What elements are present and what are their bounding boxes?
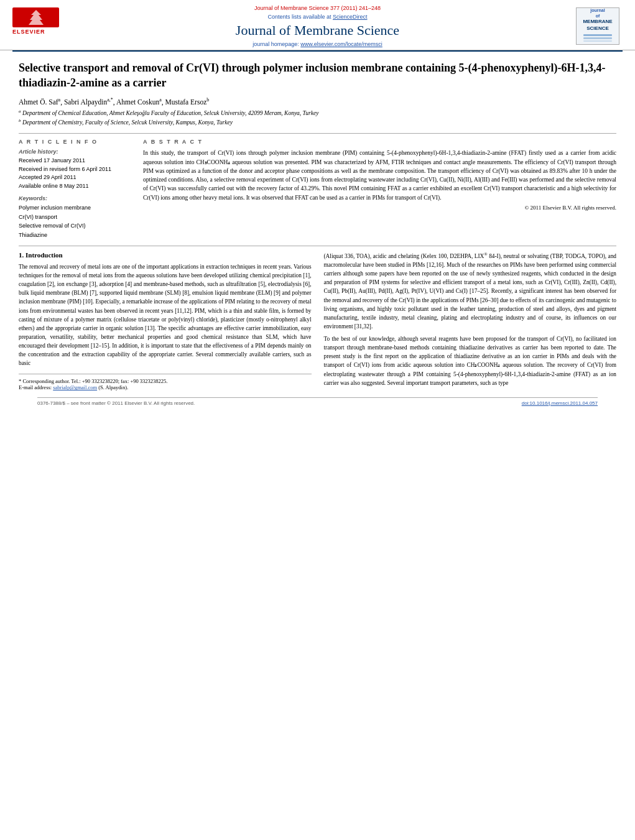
svg-rect-2 — [583, 34, 612, 36]
history-title: Article history: — [19, 149, 131, 155]
keywords-title: Keywords: — [19, 195, 131, 201]
accepted-date: Accepted 29 April 2011 — [19, 173, 131, 182]
section-divider-1 — [19, 133, 616, 134]
footnote-area: * Corresponding author. Tel.: +90 332323… — [19, 374, 312, 390]
journal-header-center: Journal of Membrane Science 377 (2011) 2… — [62, 5, 573, 47]
body-right-para-1: (Aliquat 336, TOA), acidic and chelating… — [324, 251, 617, 331]
abstract-col: A B S T R A C T In this study, the trans… — [143, 139, 616, 239]
footer-doi[interactable]: doi:10.1016/j.memsci.2011.04.057 — [522, 400, 598, 406]
info-abstract-cols: A R T I C L E I N F O Article history: R… — [19, 139, 616, 239]
received-date: Received 17 January 2011 — [19, 157, 131, 165]
footnote-star: * Corresponding author. Tel.: +90 332323… — [19, 378, 312, 384]
body-columns: 1. Introduction The removal and recovery… — [19, 251, 616, 391]
body-divider — [19, 246, 616, 246]
journal-logo-text: journal of MEMBRANE SCIENCE — [582, 7, 613, 45]
sciencedirect-link[interactable]: ScienceDirect — [333, 14, 368, 20]
journal-ref: Journal of Membrane Science 377 (2011) 2… — [62, 5, 573, 11]
article-info-col: A R T I C L E I N F O Article history: R… — [19, 139, 131, 239]
journal-logo-right: journal of MEMBRANE SCIENCE — [573, 5, 623, 45]
body-right-para-2: To the best of our knowledge, although s… — [324, 335, 617, 387]
journal-logo-box: journal of MEMBRANE SCIENCE — [576, 7, 619, 45]
svg-rect-4 — [583, 40, 612, 42]
journal-homepage: journal homepage: www.elsevier.com/locat… — [62, 41, 573, 47]
page: ELSEVIER Journal of Membrane Science 377… — [0, 0, 635, 840]
abstract-heading: A B S T R A C T — [143, 139, 616, 145]
homepage-label: journal homepage: — [253, 41, 299, 47]
keywords-section: Keywords: Polymer inclusion membrane Cr(… — [19, 195, 131, 239]
article-content: Selective transport and removal of Cr(VI… — [0, 52, 635, 412]
svg-rect-3 — [583, 37, 612, 39]
contents-text: Contents lists available at — [267, 14, 331, 20]
email-link[interactable]: sabrialp@gmail.com — [53, 384, 97, 390]
elsevier-logo: ELSEVIER — [12, 5, 62, 35]
journal-header: ELSEVIER Journal of Membrane Science 377… — [0, 0, 635, 50]
article-title: Selective transport and removal of Cr(VI… — [19, 60, 616, 91]
section1-heading: 1. Introduction — [19, 251, 312, 259]
authors-line: Ahmet Ö. Safa, Sabri Alpaydina,*, Ahmet … — [19, 97, 616, 106]
affiliations: a Department of Chemical Education, Ahme… — [19, 109, 616, 127]
available-date: Available online 8 May 2011 — [19, 182, 131, 191]
copyright: © 2011 Elsevier B.V. All rights reserved… — [143, 205, 616, 211]
sciencedirect-line: Contents lists available at ScienceDirec… — [62, 14, 573, 20]
abstract-text: In this study, the transport of Cr(VI) i… — [143, 149, 616, 202]
homepage-url[interactable]: www.elsevier.com/locate/memsci — [300, 41, 382, 47]
footnote-email: E-mail address: sabrialp@gmail.com (S. A… — [19, 384, 312, 390]
page-footer: 0376-7388/$ – see front matter © 2011 El… — [37, 397, 598, 406]
body-col-right: (Aliquat 336, TOA), acidic and chelating… — [324, 251, 617, 391]
body-col-left: 1. Introduction The removal and recovery… — [19, 251, 312, 391]
keywords-list: Polymer inclusion membrane Cr(VI) transp… — [19, 203, 131, 239]
elsevier-text: ELSEVIER — [12, 29, 45, 35]
body-left-para-1: The removal and recovery of metal ions a… — [19, 262, 312, 368]
elsevier-logo-box — [12, 7, 59, 27]
article-info-heading: A R T I C L E I N F O — [19, 139, 131, 145]
journal-title: Journal of Membrane Science — [62, 22, 573, 39]
revised-date: Received in revised form 6 April 2011 — [19, 165, 131, 174]
footer-issn: 0376-7388/$ – see front matter © 2011 El… — [37, 400, 195, 406]
